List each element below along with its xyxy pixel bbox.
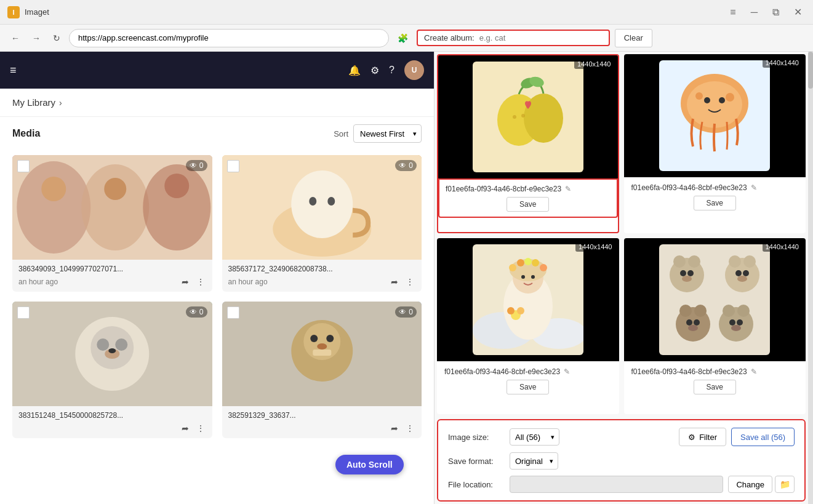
jellyfish-art <box>659 60 770 171</box>
share-button-2[interactable]: ➦ <box>390 276 399 288</box>
change-button[interactable]: Change <box>728 476 772 493</box>
extensions-button[interactable]: 🧩 <box>394 31 412 46</box>
share-button-4[interactable]: ➦ <box>390 422 399 434</box>
url-bar[interactable] <box>69 29 389 47</box>
save-all-button[interactable]: Save all (56) <box>731 428 795 446</box>
filter-button[interactable]: ⚙ Filter <box>679 428 726 446</box>
svg-point-70 <box>679 305 692 317</box>
card-checkbox-1[interactable] <box>17 160 30 172</box>
card-actions-1: ➦ ⋮ <box>180 276 206 288</box>
image-size-row: Image size: All (56) Small Medium Large … <box>448 428 795 446</box>
svg-point-59 <box>688 255 700 268</box>
my-library-link[interactable]: My Library <box>12 97 55 108</box>
card-meta-3: ➦ ⋮ <box>18 422 206 434</box>
right-scroll-thumb <box>808 52 813 89</box>
settings-button[interactable]: ⚙ <box>370 65 379 76</box>
svg-point-79 <box>737 319 743 326</box>
save-format-label: Save format: <box>448 457 510 466</box>
back-button[interactable]: ← <box>7 31 23 46</box>
edit-icon-4[interactable]: ✎ <box>751 367 757 376</box>
avatar[interactable]: U <box>404 60 424 80</box>
image-card-1[interactable]: 1440x1440 <box>437 54 619 233</box>
image-size-select[interactable]: All (56) Small Medium Large <box>510 428 559 446</box>
table-row[interactable]: 👁 0 <box>12 155 212 292</box>
edit-icon-2[interactable]: ✎ <box>751 183 757 192</box>
table-row[interactable]: 👁 0 <box>222 155 422 292</box>
addressbar: ← → ↻ 🧩 Create album: Clear <box>0 25 813 52</box>
create-album-section: Create album: <box>417 30 610 46</box>
image-dim-3: 1440x1440 <box>575 242 615 252</box>
card-views-2: 👁 0 <box>395 160 417 171</box>
svg-point-77 <box>737 305 750 317</box>
close-button[interactable]: ✕ <box>790 5 806 19</box>
svg-point-80 <box>731 325 741 331</box>
card-overlay-2: 👁 0 <box>222 155 422 260</box>
card-overlay-1: 👁 0 <box>12 155 212 260</box>
notifications-button[interactable]: 🔔 <box>348 65 361 76</box>
eye-icon-3: 👁 <box>190 308 197 316</box>
svg-point-38 <box>695 92 703 100</box>
image-name-row-3: f01ee6fa-0f93-4a46-8cbf-e9ec3e23 ✎ <box>444 367 612 376</box>
edit-icon-3[interactable]: ✎ <box>564 367 570 376</box>
image-card-2[interactable]: 1440x1440 <box>624 54 806 233</box>
svg-point-60 <box>680 270 686 276</box>
view-count-4: 0 <box>409 308 413 316</box>
card-actions-2: ➦ ⋮ <box>390 276 415 288</box>
image-card-4[interactable]: 1440x1440 <box>624 238 806 415</box>
file-location-label: File location: <box>448 480 510 489</box>
clear-button[interactable]: Clear <box>615 29 652 47</box>
card-checkbox-2[interactable] <box>227 160 239 172</box>
media-header: Media Sort Newest First Oldest First Nam… <box>0 117 434 150</box>
help-button[interactable]: ? <box>389 65 394 76</box>
folder-button[interactable]: 📁 <box>775 476 795 493</box>
more-button-3[interactable]: ⋮ <box>195 422 206 434</box>
more-button-4[interactable]: ⋮ <box>404 422 415 434</box>
svg-point-78 <box>729 319 735 326</box>
svg-point-47 <box>517 259 524 266</box>
forward-button[interactable]: → <box>28 31 44 46</box>
image-card-3[interactable]: 1440x1440 <box>437 238 619 415</box>
svg-point-46 <box>509 264 516 271</box>
table-row[interactable]: 👁 0 <box>222 302 422 438</box>
library-nav: My Library › <box>0 89 434 117</box>
svg-point-61 <box>687 270 694 276</box>
table-row[interactable]: 👁 0 <box>12 302 212 438</box>
avatar-initials: U <box>412 66 417 74</box>
eye-icon: 👁 <box>190 161 197 170</box>
card-meta-2: an hour ago ➦ ⋮ <box>228 276 416 288</box>
svg-point-67 <box>743 270 749 276</box>
bottom-panel: Image size: All (56) Small Medium Large … <box>437 419 806 502</box>
minimize-button[interactable]: ─ <box>747 6 761 19</box>
auto-scroll-button[interactable]: Auto Scroll <box>335 455 404 474</box>
more-button-2[interactable]: ⋮ <box>404 276 415 288</box>
svg-point-64 <box>729 255 741 268</box>
card-checkbox-3[interactable] <box>17 306 30 319</box>
share-button-3[interactable]: ➦ <box>180 422 190 434</box>
more-button-1[interactable]: ⋮ <box>195 276 206 288</box>
restore-button[interactable]: ⧉ <box>769 6 783 19</box>
media-card-info-4: 382591329_33637... ➦ ⋮ <box>222 406 422 438</box>
save-button-2[interactable]: Save <box>694 196 736 210</box>
svg-point-62 <box>682 276 692 282</box>
image-name-row-2: f01ee6fa-0f93-4a46-8cbf-e9ec3e23 ✎ <box>631 183 799 192</box>
save-button-3[interactable]: Save <box>507 380 549 394</box>
save-button-4[interactable]: Save <box>694 380 736 394</box>
save-button-1[interactable]: Save <box>507 197 549 212</box>
save-format-select[interactable]: Original JPG PNG WebP <box>510 452 558 470</box>
sort-select[interactable]: Newest First Oldest First Name A-Z Name … <box>353 124 422 143</box>
image-name-row-1: f01ee6fa-0f93-4a46-8cbf-e9ec3e23 ✎ <box>446 185 611 193</box>
right-scrollbar[interactable] <box>808 52 813 504</box>
refresh-button[interactable]: ↻ <box>49 31 64 46</box>
file-location-input[interactable] <box>510 476 723 493</box>
menu-button[interactable]: ≡ <box>726 6 739 19</box>
share-button-1[interactable]: ➦ <box>180 276 190 288</box>
card-meta-4: ➦ ⋮ <box>228 422 416 434</box>
hamburger-button[interactable]: ≡ <box>10 64 17 77</box>
image-card-content-3: 1440x1440 <box>437 238 619 361</box>
card-checkbox-4[interactable] <box>227 306 239 319</box>
edit-icon-1[interactable]: ✎ <box>565 185 571 193</box>
media-card-image-3: 👁 0 <box>12 302 212 406</box>
create-album-input[interactable] <box>479 33 603 42</box>
svg-point-52 <box>531 275 535 279</box>
card-views-1: 👁 0 <box>186 160 207 171</box>
